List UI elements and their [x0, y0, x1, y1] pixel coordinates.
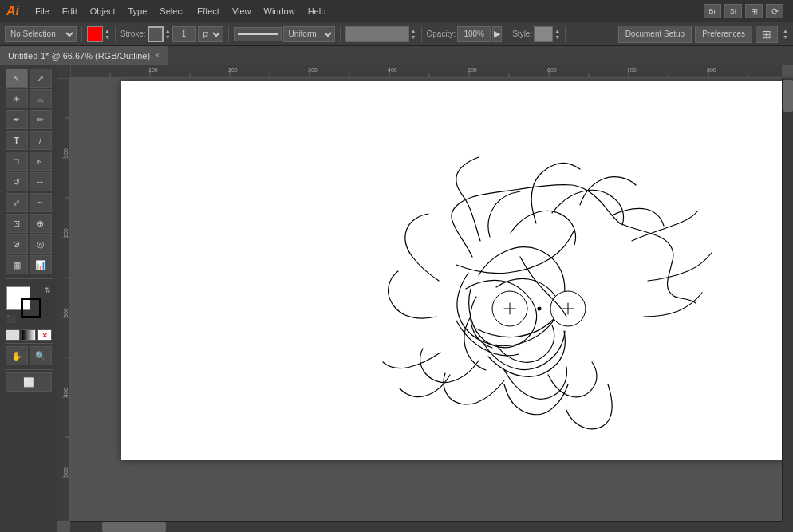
gradient-btn[interactable] [22, 329, 36, 341]
style-swatch[interactable] [534, 26, 553, 42]
vw-arrows[interactable]: ▲▼ [411, 28, 416, 41]
opacity-value[interactable] [457, 26, 491, 42]
grid-icon[interactable]: ⊞ [745, 4, 763, 18]
stock-icon[interactable]: St [724, 4, 742, 18]
tool-row-artboard: ⬜ [6, 372, 52, 392]
arrange-arrows[interactable]: ▲▼ [783, 28, 788, 41]
artboard-tool[interactable]: ⬜ [6, 372, 52, 392]
color-mode-row: ✕ [6, 329, 52, 341]
pen-tool[interactable]: ✒ [6, 110, 28, 129]
eyedropper-tool[interactable]: ⊘ [6, 234, 28, 254]
magic-wand-tool[interactable]: ✳ [6, 89, 28, 108]
ruler-corner [57, 65, 70, 78]
stroke-label: Stroke: [120, 30, 146, 38]
canvas-area: .rt{fill:#aaa;font-size:7px;} 100 200 30… [57, 65, 793, 532]
tool-row-7: ⤢ ~ [6, 193, 52, 212]
menu-view[interactable]: View [226, 3, 258, 19]
tab-close-button[interactable]: × [155, 51, 160, 60]
fill-color-swatch[interactable] [87, 26, 103, 42]
reflect-tool[interactable]: ↔ [30, 172, 52, 191]
variable-width-input[interactable] [345, 26, 409, 42]
variable-width-group: ▲▼ [345, 26, 422, 42]
column-chart-tool[interactable]: 📊 [30, 255, 52, 274]
solid-color-btn[interactable] [6, 329, 20, 341]
reset-colors-icon[interactable]: ⬛ [6, 315, 15, 323]
menu-select[interactable]: Select [153, 3, 191, 19]
stroke-group: Stroke: ▲▼ pt [120, 26, 229, 42]
rect-tool[interactable]: □ [6, 152, 28, 171]
tool-row-1: ↖ ↗ [6, 69, 52, 88]
menu-file[interactable]: File [29, 3, 56, 19]
stroke-arrows[interactable]: ▲▼ [165, 28, 171, 41]
svg-text:400: 400 [63, 388, 69, 397]
width-tool[interactable]: ⤢ [6, 193, 28, 212]
stroke-swatch[interactable] [21, 298, 41, 318]
toolbox: ↖ ↗ ✳ ⌓ ✒ ✏ T / □ ⊾ ↺ ↔ ⤢ ~ [0, 65, 57, 532]
document-tab[interactable]: Untitled-1* @ 66.67% (RGB/Outline) × [0, 46, 168, 65]
artwork-group [383, 157, 712, 429]
lasso-tool[interactable]: ⌓ [30, 89, 52, 108]
tool-row-3: ✒ ✏ [6, 110, 52, 129]
stroke-unit[interactable]: pt [198, 26, 223, 42]
tab-title: Untitled-1* @ 66.67% (RGB/Outline) [8, 51, 150, 61]
artboard [121, 81, 793, 460]
pencil-tool[interactable]: ✏ [30, 110, 52, 129]
fill-arrows[interactable]: ▲▼ [105, 28, 110, 41]
svg-point-50 [538, 307, 541, 310]
svg-text:800: 800 [707, 67, 716, 73]
preferences-button[interactable]: Preferences [695, 26, 752, 43]
sync-icon[interactable]: ⟳ [766, 4, 783, 18]
toolbar: No Selection ▲▼ Stroke: ▲▼ pt Uniform ▲ [0, 22, 793, 46]
horizontal-scrollbar[interactable] [70, 521, 782, 532]
stroke-color-swatch[interactable] [148, 26, 164, 42]
none-btn[interactable]: ✕ [37, 329, 52, 341]
opacity-label: Opacity: [427, 30, 456, 38]
svg-text:500: 500 [63, 467, 69, 477]
freehand-tool[interactable]: ⊡ [6, 214, 28, 233]
paintbrush-tool[interactable]: ⊾ [30, 152, 52, 171]
svg-text:200: 200 [228, 67, 238, 73]
type-tool[interactable]: T [6, 131, 28, 150]
bridge-icon[interactable]: Br [704, 4, 721, 18]
svg-text:500: 500 [468, 67, 477, 73]
selection-group: No Selection [5, 26, 82, 42]
ruler-vertical: 100 200 300 400 500 [57, 78, 70, 521]
chart-tool[interactable]: ▦ [6, 255, 28, 274]
hscroll-thumb[interactable] [102, 522, 166, 532]
zoom-tool[interactable]: 🔍 [30, 346, 52, 365]
swap-colors-icon[interactable]: ⇅ [45, 286, 51, 294]
line-tool[interactable]: / [30, 131, 52, 150]
tabbar: Untitled-1* @ 66.67% (RGB/Outline) × [0, 46, 793, 65]
style-arrows[interactable]: ▲▼ [554, 28, 560, 41]
rotate-tool[interactable]: ↺ [6, 172, 28, 191]
opacity-arrow[interactable]: ▶ [492, 26, 502, 42]
tool-row-10: ▦ 📊 [6, 255, 52, 274]
blend-tool[interactable]: ◎ [30, 234, 52, 254]
menu-type[interactable]: Type [122, 3, 154, 19]
stroke-value[interactable] [172, 26, 196, 42]
menu-window[interactable]: Window [258, 3, 302, 19]
menu-effect[interactable]: Effect [191, 3, 226, 19]
direct-select-tool[interactable]: ↗ [30, 69, 52, 88]
menu-help[interactable]: Help [302, 3, 333, 19]
stroke-line-preview[interactable] [234, 27, 282, 41]
stroke-style-select[interactable]: Uniform [283, 26, 335, 42]
menu-edit[interactable]: Edit [56, 3, 84, 19]
vscroll-thumb[interactable] [783, 80, 793, 112]
arrange-icon[interactable]: ⊞ [756, 26, 778, 43]
fill-group: ▲▼ [87, 26, 116, 42]
vertical-scrollbar[interactable] [782, 78, 793, 521]
selection-dropdown[interactable]: No Selection [5, 26, 77, 42]
artwork-svg [121, 81, 793, 460]
svg-text:300: 300 [308, 67, 318, 73]
document-setup-button[interactable]: Document Setup [618, 26, 692, 43]
menu-object[interactable]: Object [84, 3, 122, 19]
puppet-tool[interactable]: ⊕ [30, 214, 52, 233]
svg-text:600: 600 [547, 67, 557, 73]
warp-tool[interactable]: ~ [30, 193, 52, 212]
svg-text:300: 300 [63, 308, 69, 317]
svg-text:700: 700 [627, 67, 637, 73]
selection-tool[interactable]: ↖ [6, 69, 28, 88]
hand-tool[interactable]: ✋ [6, 346, 28, 365]
style-group: Style: ▲▼ [512, 26, 566, 42]
